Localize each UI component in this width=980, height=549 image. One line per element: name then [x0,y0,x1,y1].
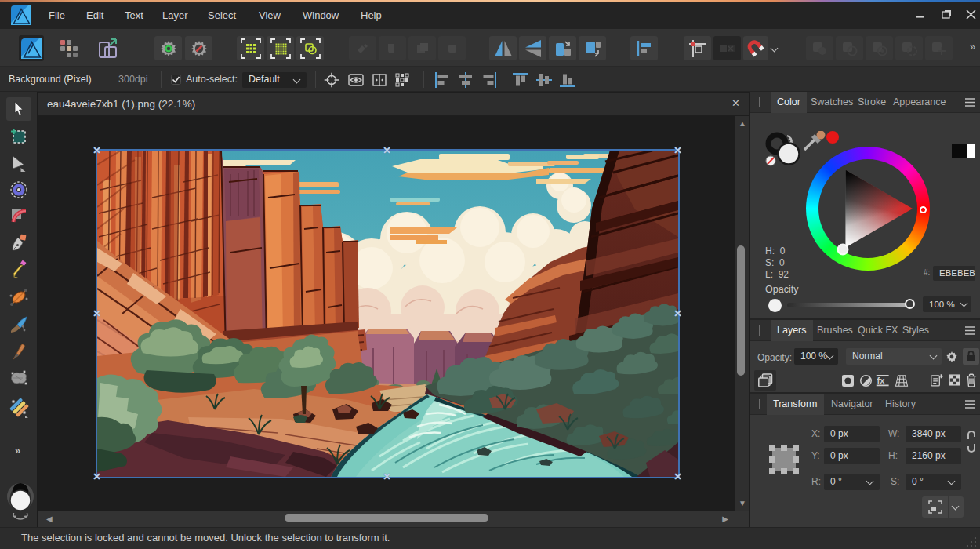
svg-text:fx: fx [877,376,886,385]
